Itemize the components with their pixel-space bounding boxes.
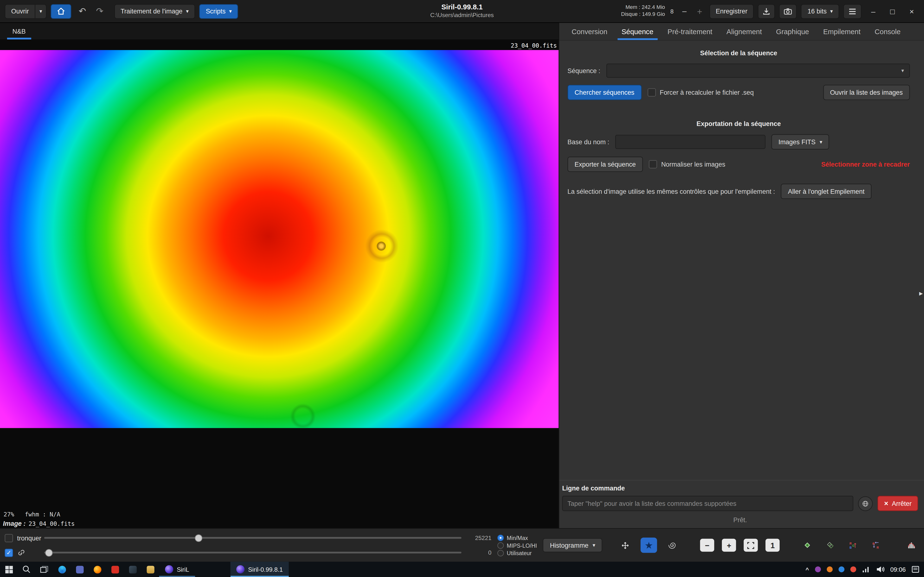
save-button[interactable]: Enregistrer <box>709 4 754 19</box>
rgb-compose-button[interactable]: RGB <box>846 538 861 553</box>
redo-button[interactable]: ↷ <box>93 6 107 16</box>
scripts-menu[interactable]: Scripts ▾ <box>199 4 238 19</box>
histogram-chart-icon <box>908 539 916 552</box>
snapshot-button[interactable] <box>779 4 797 19</box>
tray-icon-2[interactable] <box>827 566 832 572</box>
stop-button[interactable]: × Arrêter <box>877 496 918 511</box>
sequence-select[interactable]: ▾ <box>606 63 910 77</box>
titlebar-right: Mem : 242.4 Mio Disque : 149.9 Gio 8 − +… <box>621 4 919 19</box>
image-list-button[interactable] <box>800 538 815 553</box>
tray-icon-4[interactable] <box>850 566 856 572</box>
tab-sequence[interactable]: Séquence <box>615 23 660 40</box>
image-processing-menu[interactable]: Traitement de l'image ▾ <box>114 4 195 19</box>
radio-icon <box>498 542 504 548</box>
zoom-in-button[interactable]: + <box>722 539 736 552</box>
pan-tool-button[interactable] <box>618 538 633 553</box>
command-input[interactable] <box>562 496 853 511</box>
tab-console[interactable]: Console <box>868 23 907 40</box>
radio-icon <box>498 534 504 541</box>
taskbar-icon-reader[interactable] <box>106 562 124 577</box>
low-slider[interactable] <box>44 552 462 553</box>
sequence-row: Séquence : ▾ <box>567 63 910 77</box>
clock[interactable]: 09:06 <box>890 566 906 573</box>
chevron-down-icon: ▾ <box>186 9 189 14</box>
notification-button[interactable] <box>912 566 919 573</box>
photometry-star-button[interactable]: ★ <box>641 538 657 553</box>
export-sequence-button[interactable]: Exporter la séquence <box>567 156 643 172</box>
base-name-input[interactable] <box>615 135 766 149</box>
open-image-list-button[interactable]: Ouvrir la liste des images <box>823 85 910 100</box>
normalize-label: Normaliser les images <box>661 161 725 168</box>
radio-user-label: Utilisateur <box>507 550 531 556</box>
tab-nb[interactable]: N&B <box>5 23 34 40</box>
radio-user[interactable]: Utilisateur <box>498 550 537 556</box>
task-view-button[interactable] <box>36 562 53 577</box>
volume-button[interactable] <box>876 566 884 573</box>
maximize-button[interactable]: □ <box>885 7 900 16</box>
tab-preprocessing[interactable]: Pré-traitement <box>661 23 719 40</box>
taskbar-icon-firefox[interactable] <box>88 562 106 577</box>
open-recent-dropdown[interactable]: ▾ <box>36 4 47 19</box>
goto-stacking-button[interactable]: Aller à l'onglet Empilement <box>781 184 872 199</box>
spiral-icon <box>668 539 677 551</box>
selection-note: La sélection d'image utilise les mêmes c… <box>567 188 775 195</box>
command-area: Ligne de commande × Arrêter Prêt. <box>559 480 924 528</box>
search-button[interactable] <box>18 562 35 577</box>
truncate-checkbox[interactable] <box>5 534 13 542</box>
image-compare-button[interactable] <box>823 538 838 553</box>
panel-expander[interactable]: ▶ <box>919 291 923 296</box>
undo-button[interactable]: ↶ <box>76 6 89 16</box>
search-sequences-button[interactable]: Chercher séquences <box>567 85 641 100</box>
radio-minmax[interactable]: Min/Max <box>498 534 537 541</box>
taskbar-app-siril[interactable]: Siril-0.99.8.1 <box>231 562 289 577</box>
increase-button[interactable]: + <box>694 6 705 16</box>
taskbar-icon-edge[interactable] <box>53 562 71 577</box>
display-mode-select[interactable]: Histogramme ▾ <box>543 538 602 552</box>
taskbar-icon-explorer[interactable] <box>142 562 159 577</box>
rgb-compose-icon: RGB <box>849 539 857 552</box>
menu-button[interactable] <box>843 4 862 19</box>
tab-conversion[interactable]: Conversion <box>565 23 614 40</box>
histogram-tool-button[interactable] <box>904 538 919 553</box>
astrometry-spiral-button[interactable] <box>665 538 680 553</box>
decrease-button[interactable]: − <box>679 6 690 16</box>
taskbar-app-siril-folder[interactable]: SiriL <box>159 562 195 577</box>
radio-mips[interactable]: MIPS-LO/HI <box>498 542 537 548</box>
low-slider-knob[interactable] <box>45 549 53 556</box>
channel-extract-button[interactable]: RR <box>869 538 884 553</box>
tray-icon-1[interactable] <box>815 566 821 572</box>
close-button[interactable]: × <box>904 7 919 16</box>
force-recalc-checkbox[interactable] <box>647 88 656 97</box>
one-to-one-button[interactable]: 1 <box>766 539 780 552</box>
start-button[interactable] <box>0 562 18 577</box>
stacking-note-row: La sélection d'image utilise les mêmes c… <box>567 184 910 199</box>
camera-icon <box>784 8 792 15</box>
export-format-select[interactable]: Images FITS ▾ <box>771 134 829 150</box>
notification-icon <box>912 566 919 573</box>
taskbar-icon-store[interactable] <box>71 562 88 577</box>
bit-depth-select[interactable]: 16 bits ▾ <box>801 4 839 19</box>
astro-image[interactable] <box>0 50 559 428</box>
zoom-out-button[interactable]: − <box>700 539 714 552</box>
command-help-button[interactable] <box>858 496 873 511</box>
fit-to-window-button[interactable] <box>744 539 758 552</box>
globe-icon <box>863 499 869 508</box>
tab-registration[interactable]: Alignement <box>720 23 768 40</box>
tray-icon-3[interactable] <box>838 566 844 572</box>
tab-plot[interactable]: Graphique <box>769 23 816 40</box>
taskbar-icon-photos[interactable] <box>124 562 141 577</box>
normalize-checkbox[interactable] <box>649 160 657 168</box>
viewer-toolbar: ★ − + 1 RGB RR <box>608 538 919 553</box>
high-slider-knob[interactable] <box>195 534 202 542</box>
network-button[interactable] <box>862 566 870 573</box>
tab-stacking[interactable]: Empilement <box>817 23 867 40</box>
save-as-button[interactable] <box>758 4 775 19</box>
link-levels-checkbox[interactable]: ✓ <box>5 548 13 556</box>
search-icon <box>23 565 31 574</box>
open-button[interactable]: Ouvrir <box>5 4 36 19</box>
search-row: Chercher séquences Forcer à recalculer l… <box>567 85 910 100</box>
minimize-button[interactable]: – <box>866 7 881 16</box>
high-slider[interactable] <box>44 537 462 538</box>
home-button[interactable] <box>51 4 72 19</box>
tray-expand-button[interactable]: ^ <box>805 566 809 573</box>
